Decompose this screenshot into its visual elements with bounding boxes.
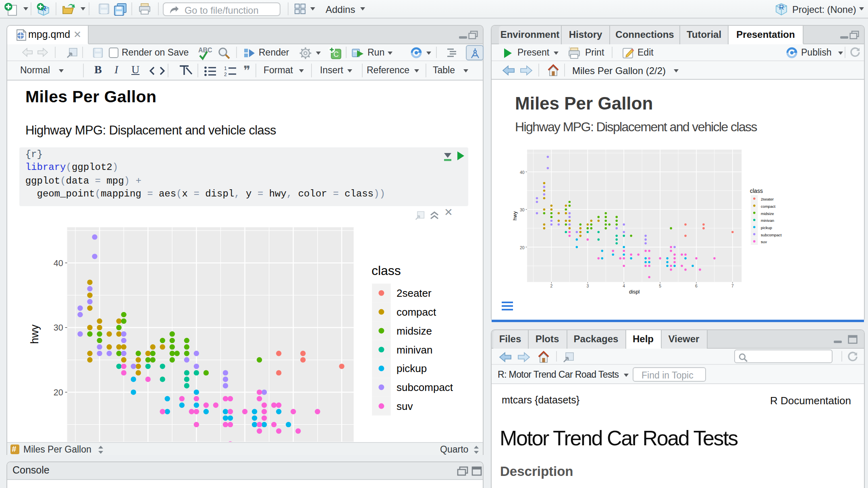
svg-text:5: 5 [659,284,661,288]
svg-text:compact: compact [397,306,436,318]
svg-text:6: 6 [695,284,698,288]
svg-text:hwy: hwy [29,324,41,343]
svg-text:40: 40 [520,170,525,175]
svg-text:1: 1 [224,66,227,71]
svg-text:2: 2 [224,71,227,76]
svg-text:displ: displ [629,289,640,295]
svg-text:20: 20 [54,387,63,397]
svg-text:class: class [750,188,763,194]
svg-text:ABC: ABC [198,46,212,53]
svg-text:2: 2 [550,284,553,288]
svg-text:pickup: pickup [397,362,427,374]
svg-text:7: 7 [731,284,734,288]
svg-text:subcompact: subcompact [397,381,453,393]
svg-text:3: 3 [586,284,589,288]
svg-text:subcompact: subcompact [761,233,782,237]
svg-text:minivan: minivan [761,218,774,223]
svg-text:midsize: midsize [761,211,774,216]
svg-text:class: class [372,263,401,278]
svg-text:30: 30 [520,208,525,212]
svg-text:20: 20 [520,246,525,250]
svg-text:2seater: 2seater [397,287,432,299]
svg-text:4: 4 [623,284,625,288]
svg-text:compact: compact [761,204,776,209]
svg-text:minivan: minivan [397,344,433,356]
svg-text:pickup: pickup [761,225,772,230]
svg-text:R: R [779,3,784,11]
svg-text:2seater: 2seater [761,197,774,201]
svg-text:hwy: hwy [512,211,518,220]
svg-text:30: 30 [54,323,63,333]
svg-text:40: 40 [54,258,63,268]
svg-text:midsize: midsize [397,325,432,337]
svg-text:suv: suv [397,400,413,412]
svg-text:suv: suv [761,240,767,244]
